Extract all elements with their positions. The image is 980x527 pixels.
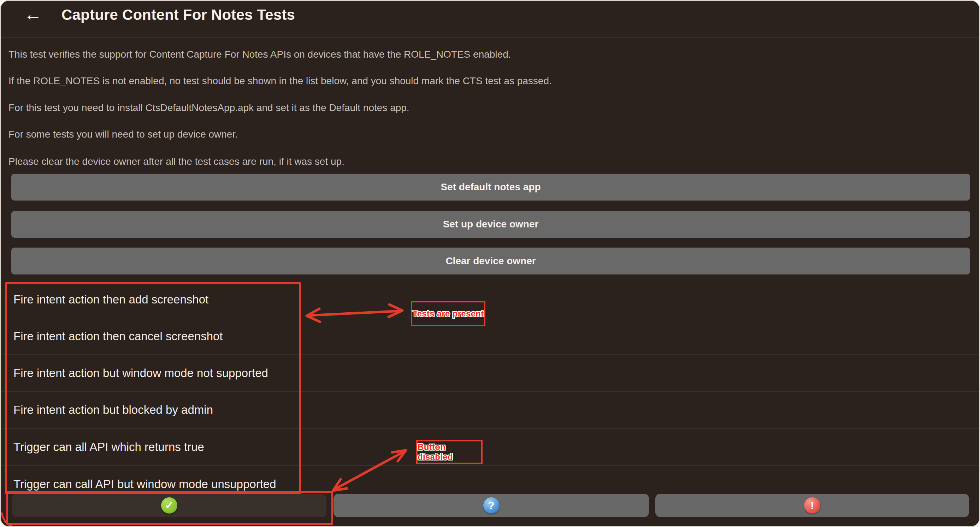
app-bar-divider: [1, 37, 979, 38]
cts-verifier-screen: ← Capture Content For Notes Tests This t…: [0, 0, 980, 527]
clear-device-owner-button[interactable]: Clear device owner: [11, 248, 970, 275]
set-default-notes-app-button[interactable]: Set default notes app: [11, 174, 970, 201]
fail-button[interactable]: !: [655, 494, 969, 517]
question-circle-icon: ?: [483, 497, 500, 514]
app-bar: ← Capture Content For Notes Tests: [1, 1, 979, 37]
instruction-paragraph: This test verifies the support for Conte…: [8, 48, 892, 61]
page-title: Capture Content For Notes Tests: [62, 4, 295, 26]
test-list-item[interactable]: Fire intent action but blocked by admin: [1, 392, 979, 429]
instruction-paragraph: For this test you need to install CtsDef…: [8, 102, 892, 114]
instruction-paragraph: Please clear the device owner after all …: [8, 155, 892, 168]
check-circle-icon: ✓: [161, 497, 177, 514]
test-list-item[interactable]: Fire intent action then cancel screensho…: [1, 318, 979, 355]
set-up-device-owner-button[interactable]: Set up device owner: [11, 211, 970, 238]
back-arrow-icon[interactable]: ←: [21, 3, 45, 26]
test-list-item[interactable]: Trigger can all API which returns true: [1, 429, 979, 466]
test-list-item[interactable]: Fire intent action then add screenshot: [1, 281, 979, 318]
instruction-paragraph: If the ROLE_NOTES is not enabled, no tes…: [8, 75, 892, 87]
test-list-item[interactable]: Fire intent action but window mode not s…: [1, 355, 979, 392]
pass-button[interactable]: ✓: [12, 494, 326, 517]
info-button[interactable]: ?: [334, 494, 649, 517]
instruction-paragraph: For some tests you will need to set up d…: [8, 128, 892, 141]
exclamation-circle-icon: !: [804, 497, 820, 514]
